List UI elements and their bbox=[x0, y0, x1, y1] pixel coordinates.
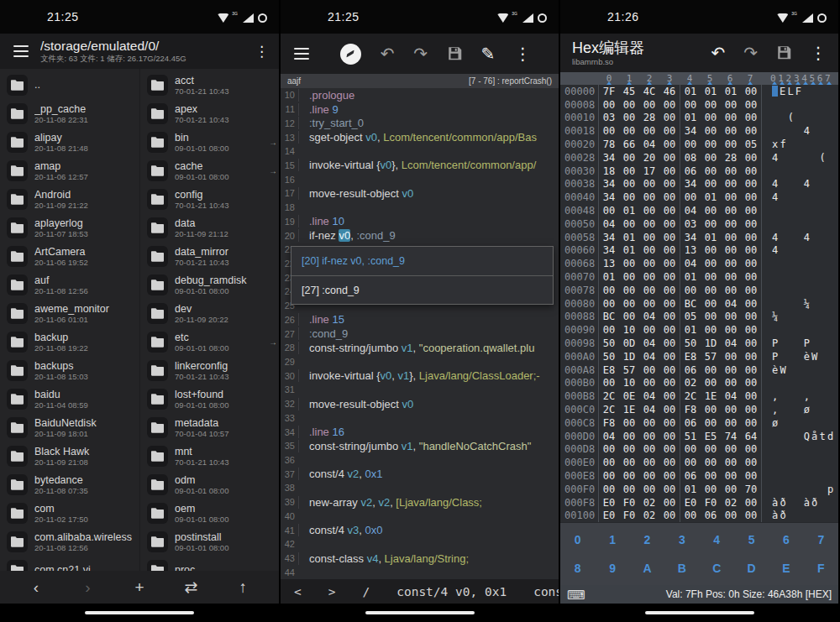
hex-byte[interactable]: 01 bbox=[721, 86, 741, 97]
hex-byte[interactable]: 64 bbox=[741, 431, 761, 442]
hex-byte[interactable]: F0 bbox=[619, 510, 639, 521]
snippet-button[interactable]: const-stri bbox=[533, 585, 559, 598]
hex-byte[interactable]: 00 bbox=[639, 99, 659, 111]
hex-byte[interactable]: 00 bbox=[741, 390, 761, 402]
list-item[interactable]: bin09-01-01 08:00→ bbox=[140, 128, 279, 156]
list-item[interactable]: oem09-01-01 08:00 bbox=[140, 499, 279, 527]
hex-key-9[interactable]: 9 bbox=[595, 556, 629, 581]
hex-byte[interactable]: 01 bbox=[680, 86, 701, 97]
hex-byte[interactable]: 00 bbox=[721, 125, 741, 137]
hex-byte[interactable]: 00 bbox=[680, 510, 701, 521]
hex-byte[interactable]: 34 bbox=[599, 178, 619, 190]
hex-byte[interactable]: 05 bbox=[741, 139, 761, 150]
ascii-cell[interactable] bbox=[761, 270, 838, 284]
code-line[interactable]: 14 bbox=[281, 144, 559, 159]
hex-byte[interactable]: 00 bbox=[721, 443, 741, 455]
hex-byte[interactable]: 00 bbox=[659, 99, 680, 111]
hex-byte[interactable]: E5 bbox=[701, 431, 721, 442]
hex-row[interactable]: 000C02C1E0400F8000000, ø bbox=[560, 403, 838, 416]
list-item[interactable]: odm09-01-01 08:00 bbox=[140, 470, 279, 499]
hex-byte[interactable]: 00 bbox=[741, 324, 761, 336]
hex-byte[interactable]: 00 bbox=[721, 351, 741, 363]
hex-byte[interactable]: 00 bbox=[619, 178, 639, 190]
hex-byte[interactable]: 00 bbox=[599, 285, 619, 296]
hex-row[interactable]: 000180000000034000000 4 bbox=[560, 124, 838, 138]
hex-key-0[interactable]: 0 bbox=[560, 527, 595, 552]
hex-byte[interactable]: 00 bbox=[721, 139, 741, 150]
hex-byte[interactable]: 00 bbox=[721, 112, 741, 123]
hex-byte[interactable]: 34 bbox=[680, 232, 701, 243]
hex-byte[interactable]: 34 bbox=[599, 191, 619, 203]
hex-byte[interactable]: 00 bbox=[619, 191, 639, 203]
ascii-cell[interactable]: , , bbox=[761, 389, 838, 403]
hex-byte[interactable]: 74 bbox=[721, 431, 741, 442]
hex-key-c[interactable]: C bbox=[700, 556, 734, 581]
ascii-cell[interactable] bbox=[761, 217, 838, 231]
list-item[interactable]: alipay20-11-08 21:48 bbox=[0, 128, 139, 156]
code-line[interactable]: 11.line 9 bbox=[281, 102, 559, 117]
ascii-cell[interactable]: àð bbox=[761, 510, 838, 523]
hex-byte[interactable]: 00 bbox=[659, 178, 680, 190]
hex-byte[interactable]: 06 bbox=[680, 470, 701, 482]
hex-byte[interactable]: 00 bbox=[741, 178, 761, 190]
hex-byte[interactable]: 00 bbox=[659, 470, 680, 482]
hex-byte[interactable]: 2C bbox=[680, 390, 701, 402]
ascii-cell[interactable]: ( bbox=[761, 112, 838, 125]
code-line[interactable]: 18 bbox=[281, 201, 559, 215]
hex-byte[interactable]: 00 bbox=[741, 377, 761, 389]
hex-row[interactable]: 00100E0F0020000060000àð bbox=[560, 510, 838, 523]
ascii-cell[interactable]: 4 bbox=[761, 191, 838, 204]
hex-byte[interactable]: 00 bbox=[619, 483, 639, 495]
ascii-cell[interactable]: xf bbox=[761, 138, 838, 151]
hex-byte[interactable]: 00 bbox=[741, 443, 761, 455]
hex-byte[interactable]: 00 bbox=[741, 457, 761, 468]
code-line[interactable]: 27:cond_9 bbox=[281, 327, 559, 341]
hex-byte[interactable]: 00 bbox=[721, 244, 741, 256]
hex-byte[interactable]: 00 bbox=[639, 364, 659, 376]
hex-byte[interactable]: 04 bbox=[639, 139, 659, 150]
hex-grid[interactable]: 000007F454C4601010100ELF 000080000000000… bbox=[560, 85, 838, 522]
hex-key-b[interactable]: B bbox=[664, 556, 699, 581]
hex-byte[interactable]: 04 bbox=[639, 311, 659, 322]
hex-byte[interactable]: 00 bbox=[701, 285, 721, 296]
hex-byte[interactable]: 00 bbox=[639, 457, 659, 468]
save-icon[interactable] bbox=[447, 45, 462, 63]
hex-byte[interactable]: 00 bbox=[659, 510, 680, 521]
hex-byte[interactable]: 00 bbox=[599, 298, 619, 310]
code-line[interactable]: 37const/4 v2, 0x1 bbox=[281, 467, 559, 481]
hex-byte[interactable]: 10 bbox=[619, 324, 639, 336]
ascii-cell[interactable] bbox=[761, 377, 838, 390]
code-line[interactable]: 28const-string/jumbo v1, "cooperation.qw… bbox=[281, 341, 559, 355]
hex-byte[interactable]: 00 bbox=[701, 470, 721, 482]
hex-byte[interactable]: 00 bbox=[639, 377, 659, 389]
hex-byte[interactable]: 02 bbox=[639, 497, 659, 509]
hex-byte[interactable]: 01 bbox=[599, 271, 619, 283]
hex-row[interactable]: 000F8E0F00200E0F00200àð àð bbox=[560, 496, 838, 510]
hex-byte[interactable]: BC bbox=[680, 298, 701, 310]
hex-byte[interactable]: 0E bbox=[619, 390, 639, 402]
hex-byte[interactable]: 00 bbox=[619, 470, 639, 482]
hex-row[interactable]: 000080000000000000000 bbox=[560, 98, 838, 112]
hex-byte[interactable]: 00 bbox=[701, 364, 721, 376]
snippet-button[interactable]: > bbox=[328, 585, 336, 598]
hex-byte[interactable]: 00 bbox=[680, 99, 701, 111]
hex-byte[interactable]: E0 bbox=[599, 497, 619, 509]
hex-byte[interactable]: 04 bbox=[639, 337, 659, 349]
hex-byte[interactable]: 00 bbox=[619, 417, 639, 429]
hex-row[interactable]: 00098500D0400501D0400P P bbox=[560, 337, 838, 350]
hex-byte[interactable]: 00 bbox=[741, 337, 761, 349]
hex-byte[interactable]: 00 bbox=[741, 298, 761, 310]
ascii-cell[interactable]: èW bbox=[761, 363, 838, 377]
hex-byte[interactable]: 34 bbox=[680, 178, 701, 190]
hex-byte[interactable]: 50 bbox=[599, 337, 619, 349]
hex-byte[interactable]: 01 bbox=[680, 271, 701, 283]
ascii-cell[interactable] bbox=[761, 323, 838, 337]
hex-byte[interactable]: 00 bbox=[659, 443, 680, 455]
hex-byte[interactable]: 00 bbox=[721, 165, 741, 177]
hex-byte[interactable]: 06 bbox=[680, 364, 701, 376]
hex-byte[interactable]: F0 bbox=[701, 497, 721, 509]
hex-row[interactable]: 000900010000001000000 bbox=[560, 323, 838, 337]
overflow-menu-icon[interactable]: ⋮ bbox=[810, 44, 827, 61]
hex-byte[interactable]: 00 bbox=[701, 205, 721, 217]
hex-byte[interactable]: 00 bbox=[701, 324, 721, 336]
